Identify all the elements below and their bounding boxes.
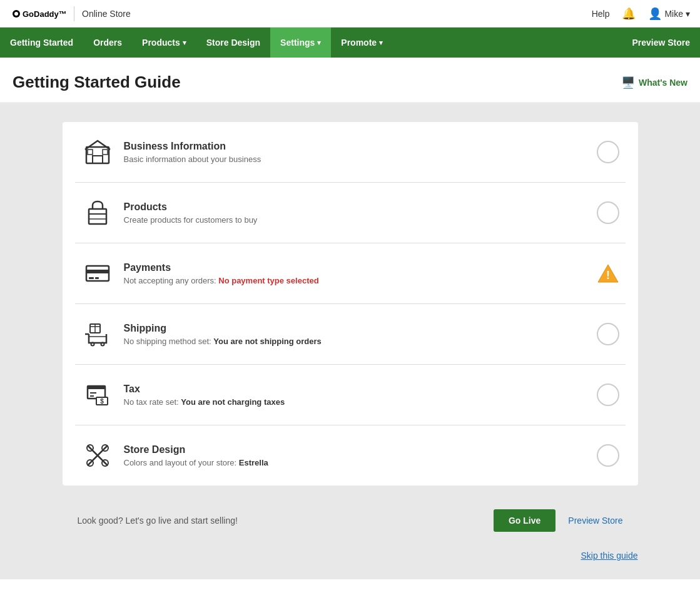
svg-rect-4 xyxy=(93,156,103,163)
shipping-title: Shipping xyxy=(124,323,587,334)
shipping-desc: No shipping method set: You are not ship… xyxy=(124,337,587,346)
tax-text: Tax No tax rate set: You are not chargin… xyxy=(124,384,587,407)
nav-bar: Getting Started Orders Products ▾ Store … xyxy=(0,28,700,58)
guide-item-tax[interactable]: $ Tax No tax rate set: You are not charg… xyxy=(75,365,626,425)
nav-item-getting-started[interactable]: Getting Started xyxy=(0,28,83,58)
shipping-text: Shipping No shipping method set: You are… xyxy=(124,323,587,346)
payments-title: Payments xyxy=(124,262,587,273)
svg-text:!: ! xyxy=(606,269,610,282)
payments-icon xyxy=(81,257,114,290)
svg-point-20 xyxy=(91,343,94,346)
preview-store-link[interactable]: Preview Store xyxy=(568,516,622,526)
tax-icon: $ xyxy=(81,379,114,411)
bell-icon[interactable]: 🔔 xyxy=(622,7,636,21)
shipping-bold: You are not shipping orders xyxy=(213,337,321,346)
nav-indicator xyxy=(36,58,48,64)
tax-bold: You are not charging taxes xyxy=(181,397,285,407)
godaddy-logo[interactable]: GoDaddy™ xyxy=(10,5,66,23)
svg-point-1 xyxy=(14,12,18,16)
whats-new-link[interactable]: 🖥️ What's New xyxy=(621,76,687,89)
products-icon xyxy=(81,196,114,229)
tax-title: Tax xyxy=(124,384,587,395)
skip-guide-container: Skip this guide xyxy=(63,551,638,561)
nav-label-getting-started: Getting Started xyxy=(10,38,73,48)
nav-label-settings: Settings xyxy=(280,38,315,48)
guide-item-shipping[interactable]: Shipping No shipping method set: You are… xyxy=(75,304,626,365)
guide-item-products[interactable]: Products Create products for customers t… xyxy=(75,183,626,243)
shipping-icon xyxy=(81,318,114,350)
guide-item-business-info[interactable]: Business Information Basic information a… xyxy=(75,122,626,183)
nav-item-products[interactable]: Products ▾ xyxy=(132,28,196,58)
nav-item-orders[interactable]: Orders xyxy=(83,28,132,58)
nav-label-orders: Orders xyxy=(93,38,122,48)
nav-item-store-design[interactable]: Store Design xyxy=(196,28,270,58)
svg-point-21 xyxy=(101,343,104,346)
user-name: Mike xyxy=(664,9,683,19)
preview-store-nav-button[interactable]: Preview Store xyxy=(622,28,700,58)
products-status xyxy=(597,201,619,224)
tax-circle xyxy=(597,384,619,406)
godaddy-icon: GoDaddy™ xyxy=(10,5,66,23)
payments-status: ! xyxy=(597,262,619,285)
guide-card: Business Information Basic information a… xyxy=(63,122,638,486)
store-design-circle xyxy=(597,444,619,467)
business-info-text: Business Information Basic information a… xyxy=(124,141,587,164)
svg-rect-7 xyxy=(89,209,106,224)
business-info-title: Business Information xyxy=(124,141,587,152)
business-info-icon xyxy=(81,136,114,168)
nav-label-store-design: Store Design xyxy=(206,38,260,48)
whats-new-icon: 🖥️ xyxy=(621,76,635,89)
settings-chevron-icon: ▾ xyxy=(317,39,321,47)
page-title: Getting Started Guide xyxy=(13,73,181,92)
svg-rect-5 xyxy=(88,150,93,155)
go-live-button[interactable]: Go Live xyxy=(494,509,555,532)
nav-label-promote: Promote xyxy=(341,38,377,48)
nav-item-settings[interactable]: Settings ▾ xyxy=(270,28,331,58)
svg-rect-6 xyxy=(103,150,108,155)
nav-label-products: Products xyxy=(142,38,180,48)
business-info-circle xyxy=(597,141,619,163)
page-header: Getting Started Guide 🖥️ What's New xyxy=(0,58,700,103)
online-store-label: Online Store xyxy=(82,9,131,19)
top-bar: GoDaddy™ Online Store Help 🔔 👤 Mike ▾ xyxy=(0,0,700,28)
store-design-status xyxy=(597,444,619,467)
svg-rect-13 xyxy=(95,277,99,279)
skip-guide-link[interactable]: Skip this guide xyxy=(581,551,637,561)
products-circle xyxy=(597,201,619,224)
promote-chevron-icon: ▾ xyxy=(379,39,383,47)
user-menu[interactable]: 👤 Mike ▾ xyxy=(648,7,690,21)
payments-text: Payments Not accepting any orders: No pa… xyxy=(124,262,587,285)
user-chevron-icon: ▾ xyxy=(686,9,690,19)
business-info-desc: Basic information about your business xyxy=(124,155,587,164)
products-chevron-icon: ▾ xyxy=(183,39,186,47)
tax-status xyxy=(597,384,619,406)
user-icon: 👤 xyxy=(648,7,662,21)
payments-warning-icon: ! xyxy=(597,262,619,285)
guide-item-payments[interactable]: Payments Not accepting any orders: No pa… xyxy=(75,243,626,304)
guide-item-store-design[interactable]: Store Design Colors and layout of your s… xyxy=(75,425,626,486)
store-design-title: Store Design xyxy=(124,444,587,455)
cta-bar: Look good? Let's go live and start selli… xyxy=(63,498,638,543)
products-text: Products Create products for customers t… xyxy=(124,201,587,225)
payments-desc: Not accepting any orders: No payment typ… xyxy=(124,276,587,285)
store-design-text: Store Design Colors and layout of your s… xyxy=(124,444,587,467)
shipping-status xyxy=(597,323,619,345)
business-info-status xyxy=(597,141,619,163)
whats-new-label: What's New xyxy=(639,78,687,88)
svg-rect-24 xyxy=(88,386,105,389)
shipping-circle xyxy=(597,323,619,345)
store-design-icon xyxy=(81,439,114,472)
svg-text:GoDaddy™: GoDaddy™ xyxy=(23,9,66,19)
store-design-bold: Estrella xyxy=(239,458,268,467)
main-content: Business Information Basic information a… xyxy=(0,103,700,579)
top-bar-right: Help 🔔 👤 Mike ▾ xyxy=(592,7,690,21)
logo-separator xyxy=(74,6,74,21)
nav-item-promote[interactable]: Promote ▾ xyxy=(331,28,393,58)
cta-text: Look good? Let's go live and start selli… xyxy=(78,516,481,526)
help-link[interactable]: Help xyxy=(592,9,610,19)
products-title: Products xyxy=(124,201,587,213)
products-desc: Create products for customers to buy xyxy=(124,215,587,225)
tax-desc: No tax rate set: You are not charging ta… xyxy=(124,397,587,407)
svg-text:$: $ xyxy=(100,398,104,405)
svg-rect-11 xyxy=(86,270,109,273)
